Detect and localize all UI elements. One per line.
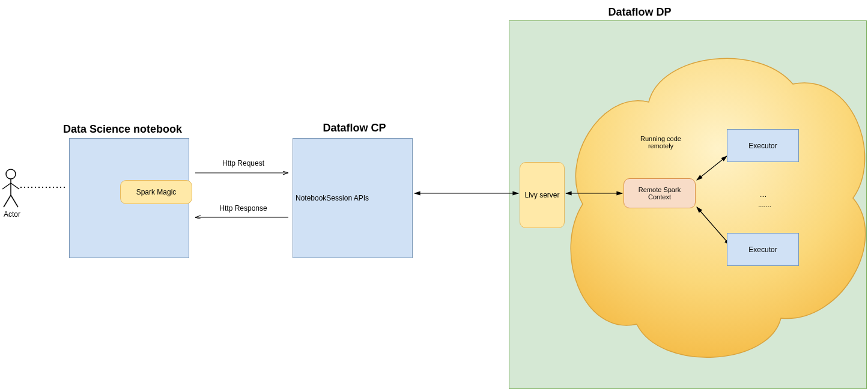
remote-spark-context-box: Remote Spark Context: [624, 178, 696, 208]
notebook-heading: Data Science notebook: [63, 123, 201, 136]
livy-server-box: Livy server: [520, 162, 565, 228]
dots2-label: .......: [750, 201, 780, 208]
spark-magic-box: Spark Magic: [120, 180, 192, 204]
svg-line-3: [11, 183, 19, 189]
cloud-shape: [571, 58, 865, 357]
executor1-box: Executor: [727, 129, 799, 162]
http-response-label: Http Response: [210, 204, 276, 213]
svg-line-4: [4, 195, 11, 207]
executor2-box: Executor: [727, 233, 799, 266]
actor-icon: [2, 169, 19, 207]
http-request-label: Http Request: [213, 159, 273, 167]
dataflow-cp-heading: Dataflow CP: [300, 122, 408, 134]
svg-line-5: [11, 195, 18, 207]
running-remotely-label: Running code remotely: [628, 135, 694, 149]
svg-line-2: [2, 183, 11, 189]
actor-label: Actor: [0, 210, 24, 219]
dots1-label: ....: [751, 191, 775, 198]
notebook-session-apis-label: NotebookSession APIs: [296, 194, 369, 202]
dataflow-cp-box: NotebookSession APIs: [293, 138, 413, 258]
svg-point-0: [6, 169, 16, 179]
